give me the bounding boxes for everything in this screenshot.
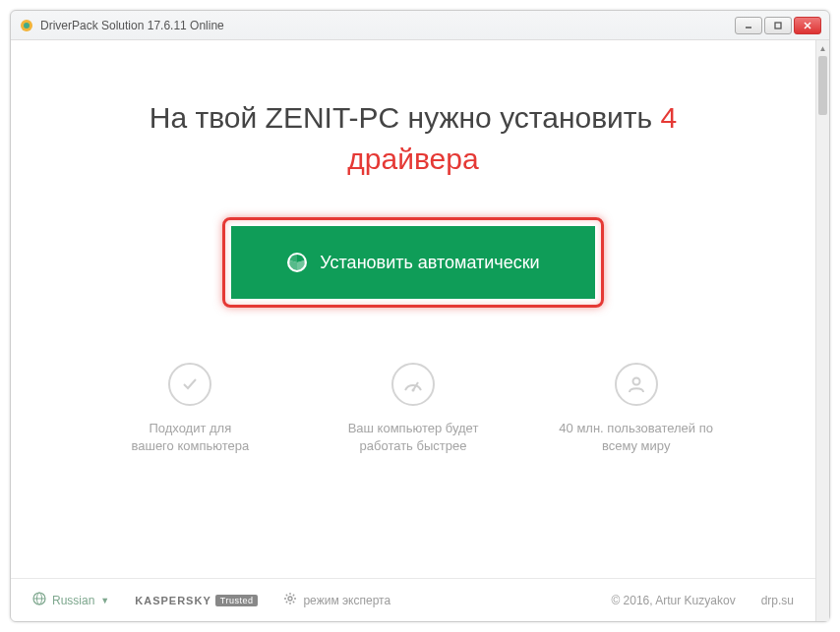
svg-line-18 [286, 595, 287, 596]
check-icon [168, 363, 211, 406]
install-icon [286, 252, 308, 273]
svg-line-19 [293, 602, 294, 603]
expert-mode-button[interactable]: режим эксперта [283, 592, 390, 608]
svg-line-20 [293, 595, 294, 596]
site-link[interactable]: drp.su [761, 594, 794, 607]
svg-point-1 [24, 23, 30, 29]
footer: Russian ▼ KASPERSKY Trusted режим экспер… [11, 578, 815, 621]
expert-mode-label: режим эксперта [303, 594, 390, 607]
app-icon [19, 18, 34, 33]
install-button-label: Установить автоматически [320, 253, 539, 273]
main-panel: На твой ZENIT-PC нужно установить 4 драй… [11, 40, 815, 578]
svg-point-8 [412, 389, 415, 392]
install-automatically-button[interactable]: Установить автоматически [231, 226, 594, 299]
chevron-down-icon: ▼ [100, 596, 109, 605]
svg-point-9 [632, 378, 639, 385]
minimize-button[interactable] [735, 17, 762, 34]
gauge-icon [391, 363, 435, 406]
features-row: Подходит для вашего компьютера Ваш компь… [79, 363, 748, 455]
scrollbar[interactable]: ▲ [815, 40, 829, 621]
window-controls [735, 17, 821, 34]
kaspersky-brand-text: KASPERSKY [135, 595, 210, 606]
scrollbar-thumb[interactable] [818, 56, 827, 115]
feature-users: 40 млн. пользователей по всему миру [524, 363, 748, 455]
trusted-badge: Trusted [215, 595, 259, 606]
globe-icon [32, 592, 46, 608]
language-selector[interactable]: Russian ▼ [32, 592, 109, 608]
close-button[interactable] [794, 17, 821, 34]
feature-compatible: Подходит для вашего компьютера [79, 363, 302, 455]
svg-rect-3 [775, 23, 781, 29]
feature-faster: Ваш компьютер будет работать быстрее [302, 363, 525, 455]
maximize-button[interactable] [764, 17, 792, 34]
feature-label: Подходит для вашего компьютера [92, 420, 288, 455]
headline: На твой ZENIT-PC нужно установить 4 драй… [150, 97, 677, 180]
scroll-up-arrow-icon[interactable]: ▲ [816, 40, 829, 56]
gear-icon [283, 592, 297, 608]
language-label: Russian [52, 594, 94, 607]
kaspersky-trusted-badge: KASPERSKY Trusted [135, 595, 258, 606]
feature-label: 40 млн. пользователей по всему миру [538, 420, 734, 455]
svg-point-13 [288, 597, 292, 601]
feature-label: Ваш компьютер будет работать быстрее [316, 420, 511, 455]
titlebar: DriverPack Solution 17.6.11 Online [11, 11, 829, 40]
copyright-text: © 2016, Artur Kuzyakov [611, 594, 735, 607]
user-icon [615, 363, 658, 406]
install-highlight-frame: Установить автоматически [222, 217, 603, 308]
content-area: На твой ZENIT-PC нужно установить 4 драй… [11, 40, 815, 621]
headline-text-suffix: драйвера [347, 143, 478, 175]
app-window: DriverPack Solution 17.6.11 Online На тв… [10, 10, 830, 622]
headline-count: 4 [661, 101, 678, 134]
window-title: DriverPack Solution 17.6.11 Online [40, 19, 735, 32]
headline-text-prefix: На твой ZENIT-PC нужно установить [150, 101, 661, 134]
svg-line-21 [286, 602, 287, 603]
